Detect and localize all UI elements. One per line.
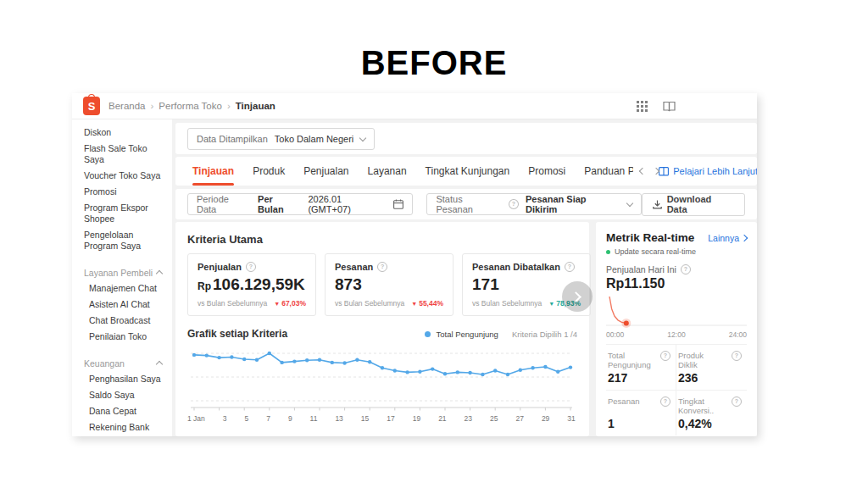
sidebar-section-layanan-pembeli[interactable]: Layanan Pembeli [72,265,172,280]
sidebar-item-voucher[interactable]: Voucher Toko Saya [72,168,172,184]
stat-value: 217 [608,371,670,385]
sidebar-item-rekening-bank[interactable]: Rekening Bank [72,419,172,435]
time-tick: 24:00 [729,330,747,339]
sidebar-item-penilaian-toko[interactable]: Penilaian Toko [72,329,172,345]
tab-produk[interactable]: Produk [253,157,285,186]
sidebar-item-spinjam[interactable]: SPinjam Untuk Penjual [72,435,172,436]
legend-label: Total Pengunjung [436,330,498,339]
chart-legend[interactable]: Total Pengunjung [425,330,498,339]
stat-produk-diklik[interactable]: Produk Diklik? 236 [676,345,747,391]
x-tick: 3 [223,414,227,423]
trend-down-icon: ▼ [411,301,417,307]
tab-layanan[interactable]: Layanan [368,157,407,186]
stat-tingkat-konversi[interactable]: Tingkat Konversi..? 0,42% [676,391,747,435]
period-type: Per Bulan [258,194,301,214]
sidebar-item-chat-broadcast[interactable]: Chat Broadcast [72,313,172,329]
sidebar-item-dana-cepat[interactable]: Dana Cepat [72,403,172,419]
kriteria-dipilih-note: Kriteria Dipilih 1 /4 [512,330,577,339]
x-tick: 13 [335,414,342,423]
sidebar-item-program-ekspor[interactable]: Program Ekspor Shopee [72,200,172,227]
metric-card-pesanan[interactable]: Pesanan ? 873 vs Bulan Sebelumnya ▼55,44… [325,253,453,316]
sidebar-item-saldo-saya[interactable]: Saldo Saya [72,387,172,403]
data-shown-card: Data Ditampilkan Toko Dalam Negeri [175,123,757,154]
download-icon [653,200,662,209]
x-tick: 25 [490,414,498,423]
help-icon[interactable]: ? [732,396,742,407]
stat-total-pengunjung[interactable]: Total Pengunjung? 217 [606,345,676,391]
book-icon [659,167,669,176]
sidebar-item-asisten-ai-chat[interactable]: Asisten AI Chat [72,297,172,313]
help-icon[interactable]: ? [660,351,670,361]
apps-grid-icon[interactable] [637,101,648,112]
legend-dot-icon [425,331,431,337]
download-data-button[interactable]: Download Data [642,193,745,216]
mini-dot [624,320,629,325]
x-tick: 11 [310,414,318,423]
breadcrumb-performa-toko[interactable]: Performa Toko [159,101,222,111]
tab-bar: Tinjauan Produk Penjualan Layanan Tingka… [175,157,757,186]
data-shown-dropdown[interactable]: Data Ditampilkan Toko Dalam Negeri [187,128,375,150]
realtime-mini-chart[interactable] [606,293,747,330]
compare-label: vs Bulan Sebelumnya [198,299,267,308]
help-icon[interactable]: ? [565,262,575,272]
stat-label: Tingkat Konversi.. [678,396,724,415]
sidebar-item-manajemen-chat[interactable]: Manajemen Chat [72,280,172,297]
x-tick: 17 [387,414,394,423]
learn-more-link[interactable]: Pelajari Lebih Lanjut [659,166,757,176]
live-status-label: Update secara real-time [615,247,696,256]
stat-label: Pesanan [608,396,654,406]
metric-value: 171 [472,275,499,293]
sidebar-section-label: Layanan Pembeli [84,268,153,278]
open-book-icon[interactable] [663,101,676,112]
tab-panduan-penjual[interactable]: Panduan Penj [584,157,633,186]
x-tick: 15 [361,414,369,423]
trend-down-icon: ▼ [548,301,554,307]
shopee-seller-dashboard: S Beranda › Performa Toko › Tinjauan Dis… [72,93,757,436]
mini-line [609,297,626,323]
sidebar-item-promosi[interactable]: Promosi [72,184,172,200]
sidebar-item-flash-sale[interactable]: Flash Sale Toko Saya [72,141,172,168]
x-tick: 31 [567,414,575,423]
breadcrumb-separator-icon: › [150,101,153,111]
order-status-filter[interactable]: Status Pesanan ? Pesanan Siap Dikirim [426,193,641,215]
sidebar-item-penghasilan-saya[interactable]: Penghasilan Saya [72,371,172,387]
carousel-next-button[interactable] [562,281,593,312]
line-chart-area[interactable]: 1 Jan 3 5 7 9 11 13 15 17 19 21 23 25 27… [187,345,577,423]
data-shown-label: Data Ditampilkan [197,134,268,144]
breadcrumb-beranda[interactable]: Beranda [108,101,145,111]
help-icon[interactable]: ? [681,264,691,274]
calendar-icon [393,199,403,209]
sidebar-item-pengelolaan-program[interactable]: Pengelolaan Program Saya [72,227,172,254]
chevron-down-icon [359,134,366,141]
lainnya-link[interactable]: Lainnya [708,233,747,243]
shopee-logo-icon[interactable]: S [83,97,100,115]
stat-pesanan[interactable]: Pesanan? 1 [606,391,676,435]
sidebar-item-diskon[interactable]: Diskon [72,125,172,141]
graf-header: Grafik setiap Kriteria Total Pengunjung … [187,328,577,340]
graf-title: Grafik setiap Kriteria [187,328,287,340]
help-icon[interactable]: ? [509,199,519,209]
help-icon[interactable]: ? [246,262,256,272]
download-data-label: Download Data [667,194,734,214]
tab-tingkat-kunjungan[interactable]: Tingkat Kunjungan [426,157,510,186]
chevron-left-icon[interactable] [639,168,646,175]
sidebar-section-keuangan[interactable]: Keuangan [72,356,172,371]
help-icon[interactable]: ? [660,396,670,407]
time-tick: 00:00 [606,330,624,339]
tab-tinjauan[interactable]: Tinjauan [192,157,234,186]
tab-penjualan[interactable]: Penjualan [303,157,348,186]
stat-value: 0,42% [678,417,742,430]
tab-promosi[interactable]: Promosi [528,157,565,186]
help-icon[interactable]: ? [377,262,387,272]
metric-card-penjualan[interactable]: Penjualan ? Rp106.129,59K vs Bulan Sebel… [187,253,316,316]
learn-more-label: Pelajari Lebih Lanjut [673,166,757,176]
x-tick: 5 [244,414,248,423]
axis-ticks [194,408,570,411]
x-tick: 27 [515,414,523,423]
trend-down-icon: ▼ [274,301,280,307]
kriteria-line-chart[interactable] [187,345,576,413]
delta-value: 55,44% [419,299,443,308]
period-value: 2026.01 (GMT+07) [308,194,387,214]
period-filter[interactable]: Periode Data Per Bulan 2026.01 (GMT+07) [187,193,413,215]
help-icon[interactable]: ? [732,351,742,361]
